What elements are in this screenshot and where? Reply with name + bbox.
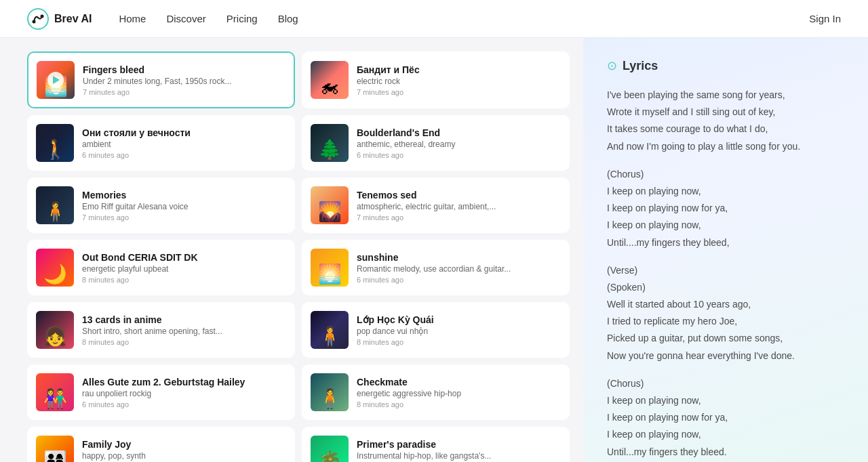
song-info: Primer's paradiseInstrumental hip-hop, l… xyxy=(357,439,561,463)
song-card[interactable]: 🏍Бандит и Пёсelectric rock7 minutes ago xyxy=(302,51,570,108)
lyrics-break xyxy=(607,364,844,375)
song-thumbnail: 👫 xyxy=(36,373,74,411)
song-description: happy, pop, synth xyxy=(82,451,286,461)
song-card[interactable]: 🌅Fingers bleedUnder 2 minutes long, Fast… xyxy=(27,51,295,108)
song-timestamp: 7 minutes ago xyxy=(82,213,286,222)
song-thumbnail-emoji: 👧 xyxy=(36,311,74,349)
lyrics-line: Picked up a guitar, put down some songs, xyxy=(607,330,844,347)
logo[interactable]: Brev AI xyxy=(27,8,92,30)
song-description: Under 2 minutes long, Fast, 1950s rock..… xyxy=(83,77,285,86)
song-timestamp: 8 minutes ago xyxy=(357,338,561,346)
song-title: Primer's paradise xyxy=(357,439,561,450)
song-card[interactable]: 🌴Primer's paradiseInstrumental hip-hop, … xyxy=(302,427,570,462)
song-title: Memories xyxy=(82,190,286,201)
song-thumbnail-emoji: 🧍 xyxy=(311,311,349,349)
song-card[interactable]: 🌙Out Bond CERIA SDIT DKenergetic playful… xyxy=(27,240,295,295)
lyrics-line: I tried to replicate my hero Joe, xyxy=(607,313,844,330)
nav-blog[interactable]: Blog xyxy=(278,13,298,24)
song-card[interactable]: 🌄Tenemos sedatmospheric, electric guitar… xyxy=(302,177,570,233)
song-description: Emo Riff guitar Alesana voice xyxy=(82,202,286,211)
nav-links: Home Discover Pricing Blog xyxy=(119,13,809,24)
lyrics-line: Wrote it myself and I still sing out of … xyxy=(607,104,844,121)
song-title: Alles Gute zum 2. Geburtstag Hailey xyxy=(82,377,286,387)
song-title: Fingers bleed xyxy=(83,64,285,75)
song-timestamp: 8 minutes ago xyxy=(82,338,286,346)
lyrics-line: I've been playing the same song for year… xyxy=(607,87,844,104)
sign-in-button[interactable]: Sign In xyxy=(809,13,841,24)
song-thumbnail: 👧 xyxy=(36,311,74,349)
song-card[interactable]: 🧍MemoriesEmo Riff guitar Alesana voice7 … xyxy=(27,177,295,233)
song-thumbnail-emoji: 👨‍👩‍👧 xyxy=(36,436,74,462)
song-thumbnail-emoji: 🏍 xyxy=(311,61,349,99)
song-card[interactable]: 🧍Lớp Học Kỳ Quáipop dance vui nhộn8 minu… xyxy=(302,302,570,358)
song-thumbnail: 🚶 xyxy=(36,124,74,162)
song-card[interactable]: 👨‍👩‍👧Family Joyhappy, pop, synth7 minute… xyxy=(27,427,295,462)
lyrics-line: I keep on playing now, xyxy=(607,426,844,443)
svg-point-2 xyxy=(41,14,44,18)
song-thumbnail: 🌙 xyxy=(36,249,74,287)
svg-point-0 xyxy=(28,9,48,29)
svg-point-1 xyxy=(33,20,36,23)
lyrics-title: Lyrics xyxy=(623,59,658,73)
song-thumbnail: 🌅 xyxy=(37,61,75,99)
song-thumbnail: 🌄 xyxy=(311,186,349,224)
logo-text: Brev AI xyxy=(54,13,92,25)
song-card[interactable]: 👫Alles Gute zum 2. Geburtstag Haileyrau … xyxy=(27,364,295,420)
song-thumbnail: 🌲 xyxy=(311,124,349,162)
song-description: Instrumental hip-hop, like gangsta's... xyxy=(357,451,561,461)
song-info: Они стояли у вечностиambient6 minutes ag… xyxy=(82,127,286,159)
song-timestamp: 7 minutes ago xyxy=(357,213,561,222)
song-timestamp: 6 minutes ago xyxy=(82,400,286,408)
main-content: 🌅Fingers bleedUnder 2 minutes long, Fast… xyxy=(0,38,868,462)
song-thumbnail-emoji: 👫 xyxy=(36,373,74,411)
song-card[interactable]: 🌅sunshineRomantic melody, use accordian … xyxy=(302,240,570,295)
song-description: rau unpoliert rockig xyxy=(82,389,286,398)
song-info: MemoriesEmo Riff guitar Alesana voice7 m… xyxy=(82,190,286,222)
song-title: Lớp Học Kỳ Quái xyxy=(357,314,561,325)
song-info: 13 cards in animeShort intro, short anim… xyxy=(82,314,286,346)
song-thumbnail: 👨‍👩‍👧 xyxy=(36,436,74,462)
lyrics-line: Until....my fingers they bleed, xyxy=(607,234,844,251)
song-description: energetic playful upbeat xyxy=(82,264,286,274)
song-thumbnail-emoji: 🌅 xyxy=(311,249,349,287)
song-description: Romantic melody, use accordian & guitar.… xyxy=(357,264,561,274)
song-card[interactable]: 🚶Они стояли у вечностиambient6 minutes a… xyxy=(27,115,295,171)
lyrics-panel: ⊙ Lyrics I've been playing the same song… xyxy=(583,38,868,462)
song-timestamp: 6 minutes ago xyxy=(357,276,561,284)
song-thumbnail: 🧍 xyxy=(36,186,74,224)
lyrics-line: I keep on playing now for ya, xyxy=(607,200,844,217)
lyrics-line: (Chorus) xyxy=(607,375,844,392)
song-info: Out Bond CERIA SDIT DKenergetic playful … xyxy=(82,252,286,284)
lyrics-line: And now I'm going to play a little song … xyxy=(607,138,844,155)
lyrics-line: I keep on playing now for ya, xyxy=(607,409,844,426)
song-info: Бандит и Пёсelectric rock7 minutes ago xyxy=(357,64,561,96)
nav-home[interactable]: Home xyxy=(119,13,146,24)
lyrics-text: I've been playing the same song for year… xyxy=(607,87,844,461)
song-timestamp: 6 minutes ago xyxy=(82,151,286,159)
play-button-circle[interactable] xyxy=(47,72,64,88)
nav-pricing[interactable]: Pricing xyxy=(226,13,258,24)
song-description: ambient xyxy=(82,140,286,149)
song-card[interactable]: 🧍Checkmateenergetic aggressive hip-hop8 … xyxy=(302,364,570,420)
lyrics-line: (Verse) xyxy=(607,262,844,279)
song-thumbnail-emoji: 🚶 xyxy=(36,124,74,162)
song-description: energetic aggressive hip-hop xyxy=(357,389,561,398)
logo-icon xyxy=(27,8,49,30)
song-title: Boulderland's End xyxy=(357,127,561,138)
song-info: Family Joyhappy, pop, synth7 minutes ago xyxy=(82,439,286,463)
song-card[interactable]: 👧13 cards in animeShort intro, short ani… xyxy=(27,302,295,358)
song-thumbnail: 🧍 xyxy=(311,373,349,411)
lyrics-line: Now you're gonna hear everything I've do… xyxy=(607,348,844,364)
song-description: Short intro, short anime opening, fast..… xyxy=(82,327,286,336)
song-description: pop dance vui nhộn xyxy=(357,327,561,336)
song-title: Checkmate xyxy=(357,377,561,387)
lyrics-line: It takes some courage to do what I do, xyxy=(607,121,844,138)
nav-discover[interactable]: Discover xyxy=(166,13,205,24)
song-title: Out Bond CERIA SDIT DK xyxy=(82,252,286,263)
song-card[interactable]: 🌲Boulderland's Endanthemic, ethereal, dr… xyxy=(302,115,570,171)
song-description: electric rock xyxy=(357,77,561,86)
song-info: Checkmateenergetic aggressive hip-hop8 m… xyxy=(357,377,561,408)
song-thumbnail: 🧍 xyxy=(311,311,349,349)
lyrics-icon: ⊙ xyxy=(607,58,617,73)
lyrics-line: (Chorus) xyxy=(607,166,844,183)
